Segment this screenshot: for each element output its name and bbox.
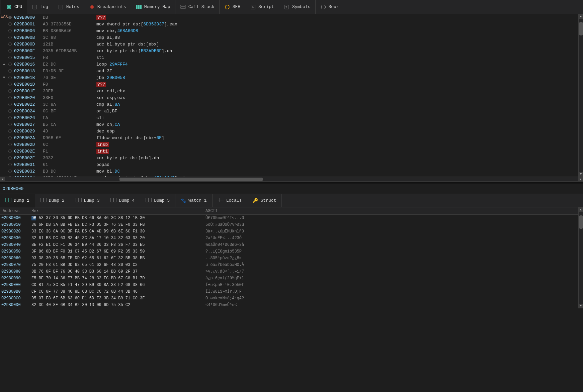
disasm-row[interactable]: 029B0032 B3 DC mov bl,DC: [0, 168, 578, 175]
disasm-row[interactable]: 029B0029 4D dec ebp: [0, 128, 578, 134]
dump-row[interactable]: 029B0020 33 E0 3C 8A 0C BF FA B5 CA 4D D…: [0, 228, 578, 235]
disasm-row[interactable]: 029B000F 3035 6FDB3ABB xor byte ptr ds:[…: [0, 47, 578, 54]
svg-rect-39: [44, 198, 46, 202]
scroll-track[interactable]: [579, 19, 583, 172]
sym-icon: Σ: [284, 4, 290, 10]
disasm-row[interactable]: 029B0020 33E0 xor esp,eax: [0, 94, 578, 101]
dump-content[interactable]: Address Hex ASCII 029B0000 DB A3 37 30 3…: [0, 207, 578, 308]
disasm-row[interactable]: 029B0001 A3 3730356D mov dword ptr ds:[6…: [0, 21, 578, 27]
scroll-up-btn[interactable]: ▲: [579, 14, 583, 19]
disasm-row[interactable]: 029B0031 61 popad: [0, 161, 578, 168]
disasm-row[interactable]: 029B000D 121B adc bl,byte ptr ds:[ebx]: [0, 41, 578, 47]
tab-seh-label: SEH: [233, 4, 240, 9]
disasm-hscrollbar[interactable]: ◀ ▶: [0, 177, 583, 181]
disasm-row[interactable]: 029B001D F0 ???: [0, 81, 578, 88]
dump-tab-2[interactable]: Dump 2: [35, 194, 70, 207]
disasm-row[interactable]: 029B0000 DB ???: [0, 14, 578, 21]
dump-row[interactable]: 029B0050 3F 86 0D BF F0 B1 C7 45 D2 67 6…: [0, 248, 578, 255]
dump-scroll-up[interactable]: ▲: [579, 207, 583, 212]
tab-breakpoints[interactable]: Breakpoints: [84, 0, 131, 14]
dump-scroll-thumb[interactable]: [579, 215, 583, 229]
dump-row[interactable]: 029B0070 75 20 F3 61 BB DD 62 65 61 62 6…: [0, 262, 578, 268]
tab-notes[interactable]: Notes: [53, 0, 84, 14]
dump-scroll-track[interactable]: [579, 212, 583, 304]
tab-bp-label: Breakpoints: [97, 4, 126, 9]
tab-cpu[interactable]: CPU: [1, 0, 27, 14]
addr-value: 029B0000: [3, 186, 23, 191]
disasm-row[interactable]: 029B002F 3032 xor byte ptr ds:[edx],dh: [0, 155, 578, 161]
dump-tab-1[interactable]: Dump 1: [0, 194, 35, 207]
disasm-row[interactable]: 029B002A D96B 6E fldcw word ptr ds:[ebx+…: [0, 134, 578, 141]
dump-scroll-down[interactable]: ▼: [579, 304, 583, 308]
dump-area: Address Hex ASCII 029B0000 DB A3 37 30 3…: [0, 207, 583, 308]
dump-tab-2-label: Dump 2: [49, 198, 65, 203]
tab-call-stack[interactable]: Call Stack: [175, 0, 220, 14]
dump-tab-struct[interactable]: 🔑 Struct: [247, 194, 282, 207]
tab-source[interactable]: Sour: [316, 0, 344, 14]
svg-text:Σ: Σ: [285, 6, 287, 9]
tab-script[interactable]: Script: [245, 0, 279, 14]
tab-notes-label: Notes: [66, 4, 79, 9]
disasm-area: EAX 029B0000 DB ??? 029B0001 A3 373035: [0, 14, 583, 181]
disasm-row[interactable]: 029B0027 B5 CA mov ch,CA: [0, 121, 578, 128]
hscroll-left-btn[interactable]: ◀: [0, 177, 5, 182]
dump-row[interactable]: 029B00D0 82 3C 40 8E 6B 34 B2 30 1D 09 6…: [0, 302, 578, 308]
dump-row[interactable]: 029B0040 BE F2 E1 DC F1 D0 34 B9 44 36 3…: [0, 241, 578, 248]
dump-tab-watch1[interactable]: 🐾 Watch 1: [175, 194, 213, 207]
dump-row[interactable]: 029B0010 36 6F DB 3A BB FB E2 DC F3 D5 3…: [0, 221, 578, 228]
hscroll-thumb[interactable]: [119, 178, 263, 181]
disasm-row[interactable]: 029B0006 BB D866BA46 mov ebx,46BA66D8: [0, 27, 578, 34]
dump-row[interactable]: 029B0000 DB A3 37 30 35 6D BB D8 66 BA 4…: [0, 215, 578, 221]
struct-tab-label: Struct: [260, 198, 276, 203]
disasm-row[interactable]: ▲ 029B0016 E2 DC loop 29AFFF4: [0, 61, 578, 68]
svg-rect-45: [149, 198, 151, 202]
dump-row[interactable]: 029B0090 E5 BF 70 14 36 E7 BB 74 28 32 F…: [0, 275, 578, 282]
dump-tab-4[interactable]: Dump 4: [105, 194, 140, 207]
tab-symbols[interactable]: Σ Symbols: [279, 0, 316, 14]
dump-tab-bar: Dump 1 Dump 2 Dump 3: [0, 194, 583, 207]
dump-row[interactable]: 029B00C0 D5 07 F8 6F 6B 63 60 D1 6D F3 3…: [0, 295, 578, 302]
svg-rect-26: [180, 5, 186, 6]
svg-rect-38: [41, 198, 43, 202]
hscroll-track[interactable]: [5, 178, 578, 181]
dump5-icon: [146, 198, 152, 204]
disasm-row[interactable]: 029B0018 F3:D5 3F aad 3F: [0, 68, 578, 74]
dump-scrollbar[interactable]: ▲ ▼: [578, 207, 583, 308]
disasm-row[interactable]: 029B0026 FA cli: [0, 114, 578, 121]
dump-tab-5-label: Dump 5: [154, 198, 170, 203]
tab-source-label: Sour: [329, 4, 339, 9]
disasm-row[interactable]: 029B0022 3C 8A cmp al,8A: [0, 101, 578, 108]
hscroll-right-btn[interactable]: ▶: [578, 177, 583, 182]
dump4-icon: [110, 198, 116, 204]
svg-rect-27: [180, 7, 186, 8]
disasm-scrollbar[interactable]: ▲ ▼: [578, 14, 583, 177]
disasm-row[interactable]: ▼ 029B001B 76 3E jbe 29B005B: [0, 74, 578, 81]
tab-memory-map[interactable]: Memory Map: [131, 0, 175, 14]
dump-tab-locals[interactable]: Locals: [213, 194, 248, 207]
svg-line-31: [252, 6, 253, 7]
dump-tab-5[interactable]: Dump 5: [140, 194, 175, 207]
dump2-icon: [40, 198, 47, 204]
svg-rect-40: [76, 198, 78, 202]
dump-row[interactable]: 029B0080 8B 76 0F BF 76 0C 40 33 B3 60 1…: [0, 268, 578, 275]
disasm-row[interactable]: 029B002D 6C insb: [0, 141, 578, 148]
tab-log[interactable]: Log: [27, 0, 53, 14]
dump-row[interactable]: 029B00A0 CD B1 75 3C B5 F1 47 2D B9 30 8…: [0, 282, 578, 288]
disasm-row[interactable]: 029B0024 0C BF or al,BF: [0, 108, 578, 114]
disasm-row[interactable]: 029B000B 3C 88 cmp al,88: [0, 34, 578, 41]
disasm-row[interactable]: 029B0015 FB sti: [0, 54, 578, 61]
tab-seh[interactable]: ! SEH: [220, 0, 245, 14]
scroll-down-btn[interactable]: ▼: [579, 172, 583, 177]
bytes-col: DB: [43, 15, 96, 20]
dump-tab-3[interactable]: Dump 3: [70, 194, 105, 207]
svg-rect-43: [114, 198, 116, 202]
dump-row[interactable]: 029B0060 93 38 30 35 6B FB DD 62 65 61 6…: [0, 255, 578, 262]
disasm-row[interactable]: 029B001E 33FB xor edi,ebx: [0, 88, 578, 94]
scroll-thumb[interactable]: [579, 22, 583, 35]
dump-header: Address Hex ASCII: [0, 207, 578, 215]
disasm-scroll[interactable]: EAX 029B0000 DB ??? 029B0001 A3 373035: [0, 14, 578, 177]
dump-row[interactable]: 029B00B0 CF CC 0F 77 38 4C 8E 6B DC CC 7…: [0, 288, 578, 295]
dump-tab-1-label: Dump 1: [14, 198, 29, 203]
disasm-row[interactable]: 029B002E F1 int1: [0, 148, 578, 155]
dump-row[interactable]: 029B0030 32 61 B3 DC 63 B3 45 3C 8A 17 1…: [0, 235, 578, 241]
